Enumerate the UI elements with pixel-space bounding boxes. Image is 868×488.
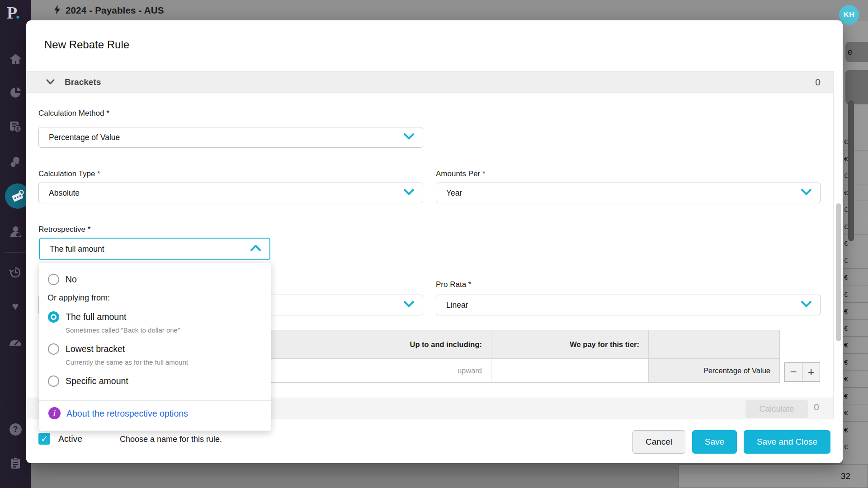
modal-scrollbar-track [833, 71, 834, 419]
section-label: Brackets [65, 77, 101, 87]
pro-rata-label: Pro Rata * [436, 280, 471, 289]
up-to-input[interactable] [269, 359, 491, 382]
section-count: 0 [815, 77, 821, 88]
table-row: Percentage of Value [269, 358, 779, 382]
column-header: Up to and including: [269, 330, 491, 358]
radio-lowest-bracket-hint: Currently the same as for the full amoun… [66, 358, 188, 366]
gauge-icon [9, 338, 22, 346]
column-header [648, 330, 779, 358]
radio-lowest-bracket[interactable] [48, 343, 59, 355]
column-header: We pay for this tier: [491, 330, 648, 358]
we-pay-input[interactable] [491, 359, 648, 382]
question-icon: ? [9, 423, 22, 436]
applying-from-label: Or applying from: [47, 293, 110, 303]
radio-full-amount-hint: Sometimes called "Back to dollar one" [66, 326, 180, 334]
radio-no-label[interactable]: No [66, 274, 77, 285]
check-icon: ✓ [41, 434, 48, 444]
amounts-per-label: Amounts Per * [436, 169, 486, 178]
name-hint: Choose a name for this rule. [120, 435, 222, 444]
add-bracket-button[interactable]: + [802, 362, 820, 382]
calculation-type-label: Calculation Type * [38, 169, 100, 178]
chevron-down-icon [403, 301, 415, 310]
pie-chart-icon [9, 86, 22, 99]
calculation-type-select[interactable]: Absolute [38, 183, 423, 203]
panel-divider [39, 400, 271, 401]
calculate-button[interactable]: Calculate [745, 400, 808, 418]
active-label: Active [58, 434, 82, 444]
user-icon [9, 225, 22, 237]
remove-bracket-button[interactable]: − [784, 362, 802, 382]
chevron-down-icon [801, 301, 812, 310]
retrospective-options-link[interactable]: About the retrospective options [66, 408, 188, 419]
retrospective-label: Retrospective * [38, 225, 90, 234]
app-logo[interactable]: P. [7, 3, 20, 23]
amounts-per-select[interactable]: Year [436, 183, 821, 203]
home-icon [9, 53, 22, 65]
plus-icon: + [807, 365, 814, 379]
radio-specific-amount-label[interactable]: Specific amount [66, 376, 128, 386]
chevron-down-icon [403, 133, 415, 142]
sidebar-divider-bottom [5, 406, 26, 406]
heart-icon: ♥ [12, 300, 19, 313]
modal-title: New Rebate Rule [44, 38, 129, 51]
radio-no[interactable] [48, 274, 59, 285]
invoice-dollar-icon: $ [9, 121, 22, 133]
table-header-row: Up to and including: We pay for this tie… [269, 330, 779, 358]
save-and-close-button[interactable]: Save and Close [744, 430, 830, 454]
calculation-method-label: Calculation Method * [38, 109, 109, 118]
save-button[interactable]: Save [692, 430, 737, 454]
calculate-count: 0 [814, 402, 819, 413]
radio-specific-amount[interactable] [48, 375, 59, 387]
brackets-section-header[interactable]: Brackets 0 [26, 71, 833, 93]
radio-full-amount-label[interactable]: The full amount [66, 312, 126, 322]
modal-scrollbar-thumb[interactable] [836, 203, 841, 341]
minus-icon: − [790, 365, 797, 379]
chevron-down-icon [403, 189, 415, 197]
avatar[interactable]: KH [839, 5, 859, 25]
chevron-down-icon [801, 189, 812, 197]
history-icon [9, 266, 22, 279]
chevron-down-icon [46, 78, 55, 86]
row-unit-cell: Percentage of Value [648, 359, 779, 382]
brackets-table: Up to and including: We pay for this tie… [268, 330, 780, 383]
contact-icon [9, 156, 22, 168]
sidebar-divider [5, 252, 26, 253]
chevron-up-icon [250, 245, 261, 253]
retrospective-select[interactable]: The full amount [39, 238, 270, 260]
svg-text:$: $ [16, 126, 19, 131]
radio-lowest-bracket-label[interactable]: Lowest bracket [66, 344, 125, 354]
radio-full-amount[interactable] [48, 311, 59, 323]
info-icon: i [48, 407, 61, 419]
retrospective-dropdown-panel: No Or applying from: The full amount Som… [39, 262, 271, 431]
rebate-tag-icon [10, 188, 25, 204]
clipboard-icon [9, 457, 21, 469]
calculation-method-select[interactable]: Percentage of Value [38, 127, 423, 148]
new-rebate-rule-modal: New Rebate Rule Brackets 0 Calculation M… [26, 20, 843, 463]
cancel-button[interactable]: Cancel [632, 430, 685, 454]
screen: 2024 - Payables - AUS e €€€€€€€€€€€€€€€€… [0, 0, 868, 488]
pro-rata-select[interactable]: Linear [436, 295, 821, 315]
active-checkbox[interactable]: ✓ [38, 433, 50, 445]
